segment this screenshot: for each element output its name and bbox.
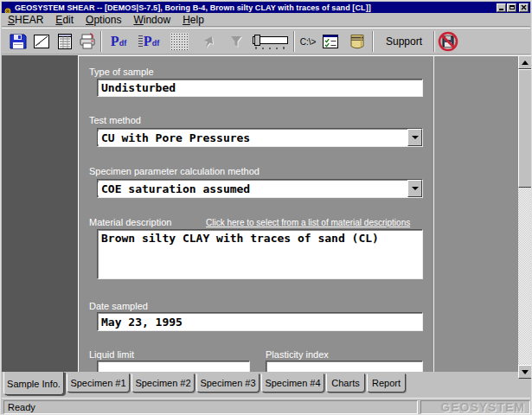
report-grid-icon [55,32,74,51]
status-bar: Ready GEOSYSTEM [2,398,530,415]
slider-button[interactable] [251,30,291,53]
menu-shear[interactable]: SHEAR [2,13,49,27]
plasticity-index-input[interactable] [266,361,423,372]
dropdown-button[interactable] [407,129,422,146]
toolbar-separator [372,31,374,52]
menu-bar: SHEAR Edit Options Window Help [2,13,530,27]
disabled-pin-button [197,30,220,53]
tab-charts[interactable]: Charts [326,374,365,393]
app-window: GEOSYSTEM SHEAR -- [DEMOS|S-7.5], Boring… [0,0,532,415]
toolbar-separator [433,31,435,52]
save-icon [9,32,28,51]
pin-icon [199,32,218,51]
date-sampled-input[interactable] [97,312,423,331]
type-of-sample-label: Type of sample [89,67,154,77]
chevron-down-icon [522,370,529,374]
close-icon [521,4,527,10]
brand-panel: GEOSYSTEM [420,400,530,414]
menu-edit[interactable]: Edit [49,13,80,27]
jar-icon [348,32,367,51]
export-pdf-button[interactable]: Pdf [106,30,131,53]
material-description-input[interactable]: Brown silty CLAY with traces of sand (CL… [97,229,423,279]
slider-icon [252,32,290,51]
date-sampled-label: Date sampled [89,301,148,311]
app-icon [3,3,12,12]
chevron-down-icon [412,136,419,139]
toolbar-separator [293,31,295,52]
chevron-down-icon [412,187,419,190]
spec-param-label: Specimen parameter calculation method [89,166,260,176]
spec-param-combo[interactable]: COE saturation assumed [97,179,423,198]
tab-bar: Sample Info. Specimen #1 Specimen #2 Spe… [2,372,530,398]
liquid-limit-input[interactable] [97,361,250,372]
form-right-edge [433,56,434,372]
sample-jar-button[interactable] [346,30,369,53]
tab-specimen-3[interactable]: Specimen #3 [196,374,260,393]
material-description-link[interactable]: Click here to select from a list of mate… [206,218,410,227]
menu-options[interactable]: Options [80,13,127,27]
save-button[interactable] [7,30,29,53]
chevron-up-icon [522,61,529,65]
dos-prompt-icon: C:\> [300,37,317,47]
chart-icon [32,32,51,51]
no-save-icon [438,31,458,52]
menu-help[interactable]: Help [176,13,210,27]
pdf-icon: Pdf [111,35,126,48]
dos-prompt-button[interactable]: C:\> [297,30,319,53]
minimize-button[interactable] [497,3,506,12]
tab-specimen-2[interactable]: Specimen #2 [131,374,195,393]
brand-text: GEOSYSTEM [440,400,525,414]
scrollbar-thumb[interactable] [518,69,532,188]
menu-window[interactable]: Window [127,13,176,27]
toolbar: Pdf Pdf [2,28,530,54]
tab-specimen-1[interactable]: Specimen #1 [67,374,130,393]
export-pdf-report-button[interactable]: Pdf [134,30,163,53]
window-title: GEOSYSTEM SHEAR -- [DEMOS|S-7.5], Boring… [15,3,497,12]
print-icon [78,32,97,51]
close-button[interactable] [519,3,529,12]
disabled-funnel-button [225,30,247,53]
dropdown-button[interactable] [407,180,422,197]
plasticity-index-label: Plasticity index [266,349,329,360]
chart-button[interactable] [30,30,53,53]
tab-specimen-4[interactable]: Specimen #4 [261,374,324,393]
checklist-button[interactable] [319,30,342,53]
print-button[interactable] [76,30,99,53]
type-of-sample-input[interactable] [97,79,423,97]
toolbar-separator [100,31,102,52]
sample-info-form: Type of sample Test method CU with Pore … [78,55,520,372]
scroll-down-button[interactable] [518,365,532,379]
test-method-combo[interactable]: CU with Pore Pressures [97,128,423,147]
tab-sample-info[interactable]: Sample Info. [3,372,64,395]
client-area: Type of sample Test method CU with Pore … [2,55,532,372]
discard-save-button[interactable] [437,30,459,53]
spec-param-value: COE saturation assumed [98,182,407,195]
vertical-scrollbar[interactable] [518,55,532,379]
support-button[interactable]: Support [377,30,431,53]
test-method-value: CU with Pore Pressures [98,131,407,144]
scroll-up-button[interactable] [518,55,532,69]
tab-report[interactable]: Report [367,374,406,393]
status-message: Ready [3,400,418,414]
title-bar: GEOSYSTEM SHEAR -- [DEMOS|S-7.5], Boring… [2,2,530,13]
pdf-report-icon: Pdf [138,35,159,48]
data-matrix-button[interactable] [168,30,190,53]
material-description-label: Material description [89,217,171,227]
report-grid-button[interactable] [54,30,76,53]
funnel-icon [227,32,246,51]
matrix-icon [170,33,189,50]
maximize-button[interactable] [507,3,516,12]
checklist-icon [321,32,340,51]
liquid-limit-label: Liquid limit [89,349,134,360]
test-method-label: Test method [89,115,141,125]
